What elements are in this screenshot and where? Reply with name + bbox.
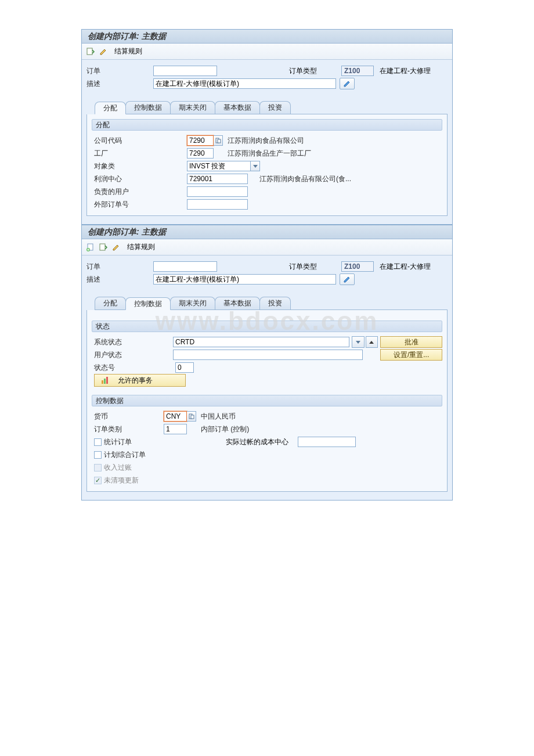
external-order-label: 外部订单号 bbox=[94, 200, 187, 210]
svg-rect-2 bbox=[218, 139, 221, 143]
panel-create-order-1: 创建内部订单: 主数据 结算规则 订单 订单类型 Z100 在建工程-大修理 描… bbox=[81, 29, 453, 225]
svg-rect-0 bbox=[87, 48, 92, 55]
svg-rect-10 bbox=[191, 415, 194, 419]
tab-control-data[interactable]: 控制数据 bbox=[125, 101, 171, 114]
order-type-value: Z100 bbox=[341, 261, 374, 272]
actual-cc-input[interactable] bbox=[298, 437, 356, 447]
tab-basic-data[interactable]: 基本数据 bbox=[215, 297, 260, 309]
page-title: 创建内部订单: 主数据 bbox=[88, 31, 166, 42]
currency-search-help[interactable] bbox=[187, 411, 196, 422]
page-title: 创建内部订单: 主数据 bbox=[88, 227, 166, 237]
toolbar: 结算规则 bbox=[82, 239, 452, 255]
body-area: 订单 订单类型 Z100 在建工程-大修理 描述 分配 控制数据 期末关闭 基本… bbox=[82, 255, 452, 500]
tab-period-close[interactable]: 期末关闭 bbox=[170, 297, 215, 309]
new-icon[interactable] bbox=[85, 242, 96, 253]
tab-pane-allocation: 分配 公司代码 江苏雨润肉食品有限公司 工厂 江苏雨润食品生产一部工厂 对象类 … bbox=[86, 114, 448, 216]
object-class-label: 对象类 bbox=[94, 161, 187, 171]
order-input[interactable] bbox=[153, 66, 217, 76]
actual-cc-label: 实际过帐的成本中心 bbox=[226, 437, 288, 447]
order-label: 订单 bbox=[86, 66, 153, 76]
desc-input[interactable] bbox=[153, 78, 336, 89]
tab-investment[interactable]: 投资 bbox=[259, 297, 291, 309]
order-label: 订单 bbox=[86, 262, 153, 272]
edit-icon[interactable] bbox=[111, 242, 121, 253]
allowed-trans-label: 允许的事务 bbox=[118, 376, 153, 386]
panel-create-order-2: 创建内部订单: 主数据 结算规则 订单 订单类型 Z100 在建工程-大修理 描… bbox=[81, 225, 453, 501]
plan-integrated-checkbox[interactable] bbox=[94, 451, 102, 459]
order-input[interactable] bbox=[153, 261, 217, 272]
group-header-status: 状态 bbox=[92, 321, 442, 332]
order-category-text: 内部订单 (控制) bbox=[201, 424, 249, 434]
tab-control-data[interactable]: 控制数据 bbox=[125, 297, 171, 310]
order-category-input[interactable] bbox=[164, 424, 187, 434]
revenue-posting-checkbox bbox=[94, 464, 102, 471]
open-item-checkbox bbox=[94, 477, 102, 484]
group-header-control: 控制数据 bbox=[92, 395, 442, 406]
desc-label: 描述 bbox=[86, 79, 153, 89]
svg-rect-6 bbox=[102, 380, 103, 384]
responsible-input[interactable] bbox=[187, 186, 248, 197]
settle-rule-button[interactable]: 结算规则 bbox=[114, 46, 142, 56]
company-code-text: 江苏雨润肉食品有限公司 bbox=[228, 136, 304, 146]
statistical-checkbox[interactable] bbox=[94, 438, 102, 446]
object-class-value[interactable]: INVST 投资 bbox=[187, 161, 251, 171]
system-status-label: 系统状态 bbox=[94, 337, 173, 347]
company-code-label: 公司代码 bbox=[94, 136, 187, 146]
order-type-text: 在建工程-大修理 bbox=[380, 66, 431, 76]
tabstrip: 分配 控制数据 期末关闭 基本数据 投资 bbox=[95, 296, 448, 310]
tab-allocation[interactable]: 分配 bbox=[95, 102, 126, 114]
external-order-input[interactable] bbox=[187, 199, 248, 210]
set-reset-button[interactable]: 设置/重置... bbox=[380, 349, 442, 361]
profit-center-label: 利润中心 bbox=[94, 174, 187, 184]
title-bar: 创建内部订单: 主数据 bbox=[82, 225, 452, 239]
copy-reference-icon[interactable] bbox=[98, 242, 109, 253]
tab-allocation[interactable]: 分配 bbox=[95, 297, 126, 309]
company-code-search-help[interactable] bbox=[214, 135, 223, 146]
copy-reference-icon[interactable] bbox=[85, 46, 96, 57]
svg-rect-8 bbox=[106, 377, 108, 384]
status-up-button[interactable] bbox=[366, 336, 378, 348]
desc-label: 描述 bbox=[86, 275, 153, 285]
plant-label: 工厂 bbox=[94, 149, 187, 159]
tab-investment[interactable]: 投资 bbox=[259, 101, 291, 114]
desc-input[interactable] bbox=[153, 274, 336, 285]
user-status-value bbox=[173, 350, 363, 360]
tab-pane-control: www.bdocx.com 状态 系统状态 CRTD 批准 用户状态 设置/重置… bbox=[86, 310, 448, 492]
order-type-value: Z100 bbox=[341, 66, 374, 76]
currency-input[interactable] bbox=[164, 411, 187, 422]
status-dropdown-button[interactable] bbox=[352, 336, 364, 348]
tab-basic-data[interactable]: 基本数据 bbox=[215, 101, 260, 114]
approve-button[interactable]: 批准 bbox=[380, 336, 442, 348]
profit-center-text: 江苏雨润肉食品有限公司(食... bbox=[259, 174, 351, 184]
plant-text: 江苏雨润食品生产一部工厂 bbox=[228, 149, 311, 159]
desc-edit-button[interactable] bbox=[340, 78, 355, 89]
order-type-label: 订单类型 bbox=[289, 262, 341, 272]
svg-rect-5 bbox=[100, 244, 105, 250]
object-class-dropdown-icon[interactable] bbox=[251, 161, 260, 171]
edit-icon[interactable] bbox=[98, 46, 109, 57]
settle-rule-button[interactable]: 结算规则 bbox=[127, 242, 155, 252]
toolbar: 结算规则 bbox=[82, 44, 452, 60]
body-area: 订单 订单类型 Z100 在建工程-大修理 描述 分配 控制数据 期末关闭 基本… bbox=[82, 60, 452, 224]
plan-integrated-label: 计划综合订单 bbox=[104, 450, 146, 460]
currency-label: 货币 bbox=[94, 412, 164, 422]
plant-input[interactable] bbox=[187, 148, 214, 159]
group-header-allocation: 分配 bbox=[92, 119, 442, 131]
svg-rect-7 bbox=[104, 379, 106, 384]
responsible-label: 负责的用户 bbox=[94, 187, 187, 197]
desc-edit-button[interactable] bbox=[340, 273, 355, 285]
status-num-input[interactable] bbox=[175, 362, 194, 373]
currency-text: 中国人民币 bbox=[201, 412, 236, 422]
tab-period-close[interactable]: 期末关闭 bbox=[170, 101, 215, 114]
system-status-value: CRTD bbox=[173, 337, 349, 347]
order-type-text: 在建工程-大修理 bbox=[380, 262, 431, 272]
order-category-label: 订单类别 bbox=[94, 424, 164, 434]
allowed-trans-button[interactable]: 允许的事务 bbox=[94, 374, 186, 387]
company-code-input[interactable] bbox=[187, 135, 214, 146]
profit-center-input[interactable] bbox=[187, 174, 248, 184]
user-status-label: 用户状态 bbox=[94, 350, 173, 360]
order-type-label: 订单类型 bbox=[289, 66, 341, 76]
revenue-posting-label: 收入过账 bbox=[104, 463, 132, 473]
status-num-label: 状态号 bbox=[94, 363, 175, 373]
chart-icon bbox=[102, 377, 110, 384]
